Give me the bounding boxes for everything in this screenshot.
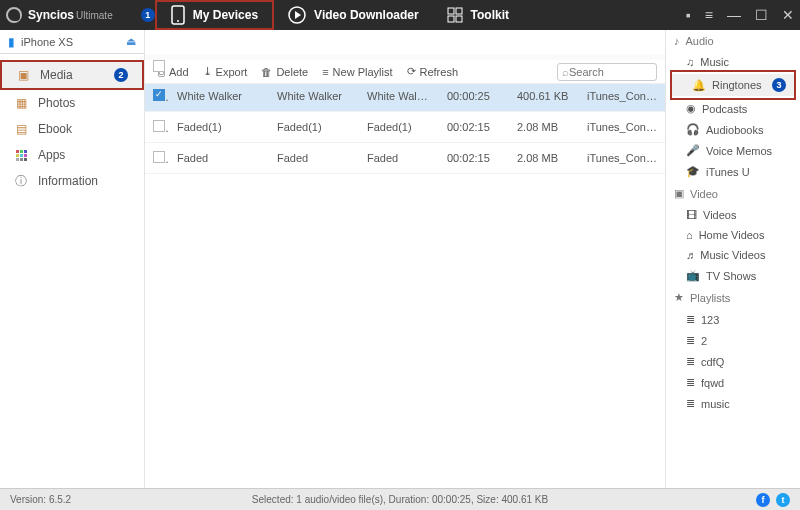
sidebar-item-apps[interactable]: Apps	[0, 142, 144, 168]
right-item-ringtones[interactable]: 🔔Ringtones 3	[672, 74, 794, 96]
facebook-icon[interactable]: f	[756, 493, 770, 507]
twitter-icon[interactable]: t	[776, 493, 790, 507]
right-item-label: Home Videos	[699, 229, 792, 241]
device-bar[interactable]: ▮ iPhone XS ⏏	[0, 30, 144, 54]
minimize-icon[interactable]: —	[727, 7, 741, 23]
note-icon: ♬	[686, 249, 694, 261]
svg-point-1	[177, 20, 179, 22]
right-item-label: TV Shows	[706, 270, 792, 282]
nav-my-devices[interactable]: My Devices	[155, 0, 274, 30]
table-row[interactable]: White WalkerWhite WalkerWhite Walker00:0…	[145, 81, 665, 112]
trash-icon: 🗑	[261, 66, 272, 78]
right-item-music[interactable]: ♫Music	[666, 52, 800, 72]
right-item-playlist[interactable]: ≣music	[666, 393, 800, 414]
right-item-itunesu[interactable]: 🎓iTunes U	[666, 161, 800, 182]
right-item-playlist[interactable]: ≣cdfQ	[666, 351, 800, 372]
right-item-label: Podcasts	[702, 103, 792, 115]
select-all-checkbox[interactable]	[153, 60, 165, 72]
device-icon	[171, 5, 185, 25]
right-item-label: Audiobooks	[706, 124, 792, 136]
nav-video-downloader[interactable]: Video Downloader	[274, 0, 432, 30]
delete-button[interactable]: 🗑Delete	[256, 66, 313, 78]
svg-rect-3	[448, 8, 454, 14]
cell-album: White Walker	[359, 81, 439, 112]
right-item-label: cdfQ	[701, 356, 792, 368]
refresh-label: Refresh	[420, 66, 459, 78]
right-item-playlist[interactable]: ≣123	[666, 309, 800, 330]
sidebar-item-label: Media	[40, 68, 104, 82]
right-item-audiobooks[interactable]: 🎧Audiobooks	[666, 119, 800, 140]
list-icon: ≣	[686, 355, 695, 368]
app-brand: Syncios	[28, 8, 74, 22]
sidebar-item-photos[interactable]: ▦ Photos	[0, 90, 144, 116]
phone-icon: ▮	[8, 35, 15, 49]
search-input[interactable]	[569, 66, 639, 78]
sidebar-item-label: Apps	[38, 148, 130, 162]
selection-summary: Selected: 1 audio/video file(s), Duratio…	[252, 494, 548, 505]
svg-rect-6	[456, 16, 462, 22]
new-playlist-label: New Playlist	[333, 66, 393, 78]
right-item-playlist[interactable]: ≣fqwd	[666, 372, 800, 393]
grid-icon	[447, 7, 463, 23]
right-item-label: music	[701, 398, 792, 410]
group-audio[interactable]: ♪Audio	[666, 30, 800, 52]
chat-icon[interactable]: ▪	[686, 7, 691, 23]
sidebar-item-information[interactable]: ⓘ Information	[0, 168, 144, 194]
nav-toolkit[interactable]: Toolkit	[433, 0, 523, 30]
eject-icon[interactable]: ⏏	[126, 35, 136, 48]
nav-my-devices-label: My Devices	[193, 8, 258, 22]
content-toolbar: ⎙Add ⤓Export 🗑Delete ≡New Playlist ⟳Refr…	[145, 60, 665, 84]
list-icon: ≣	[686, 313, 695, 326]
row-checkbox[interactable]	[153, 120, 165, 132]
group-audio-label: Audio	[686, 35, 714, 47]
table-row[interactable]: Faded(1)Faded(1)Faded(1)00:02:152.08 MBi…	[145, 112, 665, 143]
close-icon[interactable]: ✕	[782, 7, 794, 23]
new-playlist-button[interactable]: ≡New Playlist	[317, 66, 397, 78]
search-box[interactable]: ⌕	[557, 63, 657, 81]
group-video-label: Video	[690, 188, 718, 200]
cell-artist: White Walker	[269, 81, 359, 112]
nav-toolkit-label: Toolkit	[471, 8, 509, 22]
right-item-playlist[interactable]: ≣2	[666, 330, 800, 351]
right-item-label: 123	[701, 314, 792, 326]
row-checkbox[interactable]	[153, 151, 165, 163]
right-item-music-videos[interactable]: ♬Music Videos	[666, 245, 800, 265]
right-item-home-videos[interactable]: ⌂Home Videos	[666, 225, 800, 245]
sidebar-item-label: Photos	[38, 96, 130, 110]
star-icon: ★	[674, 291, 684, 304]
right-panel: ♪Audio ♫Music 🔔Ringtones 3 ◉Podcasts 🎧Au…	[665, 30, 800, 488]
grad-cap-icon: 🎓	[686, 165, 700, 178]
group-playlists[interactable]: ★Playlists	[666, 286, 800, 309]
right-item-podcasts[interactable]: ◉Podcasts	[666, 98, 800, 119]
right-item-voice-memos[interactable]: 🎤Voice Memos	[666, 140, 800, 161]
cell-size: 2.08 MB	[509, 112, 579, 143]
sidebar-item-ebook[interactable]: ▤ Ebook	[0, 116, 144, 142]
cell-path: iTunes_Control/...	[579, 112, 665, 143]
sidebar-item-media[interactable]: ▣ Media 2	[0, 60, 144, 90]
sidebar-item-label: Ebook	[38, 122, 130, 136]
menu-icon[interactable]: ≡	[705, 7, 713, 23]
maximize-icon[interactable]: ☐	[755, 7, 768, 23]
cell-time: 00:02:15	[439, 112, 509, 143]
right-item-videos[interactable]: 🎞Videos	[666, 205, 800, 225]
film-icon: 🎞	[686, 209, 697, 221]
cell-title: White Walker	[169, 81, 269, 112]
right-item-label: Ringtones	[712, 79, 766, 91]
cell-album: Faded	[359, 143, 439, 174]
add-label: Add	[169, 66, 189, 78]
list-icon: ≣	[686, 334, 695, 347]
right-item-label: fqwd	[701, 377, 792, 389]
right-item-tv-shows[interactable]: 📺TV Shows	[666, 265, 800, 286]
book-icon: ▤	[14, 122, 28, 136]
status-bar: Version: 6.5.2 Selected: 1 audio/video f…	[0, 488, 800, 510]
apps-icon	[14, 148, 28, 162]
device-name: iPhone XS	[21, 36, 73, 48]
export-button[interactable]: ⤓Export	[198, 65, 253, 78]
row-checkbox[interactable]	[153, 89, 165, 101]
left-sidebar: ▮ iPhone XS ⏏ ▣ Media 2 ▦ Photos ▤ Ebook…	[0, 30, 145, 488]
refresh-button[interactable]: ⟳Refresh	[402, 65, 464, 78]
info-icon: ⓘ	[14, 174, 28, 188]
group-video[interactable]: ▣Video	[666, 182, 800, 205]
cell-time: 00:02:15	[439, 143, 509, 174]
table-row[interactable]: FadedFadedFaded00:02:152.08 MBiTunes_Con…	[145, 143, 665, 174]
